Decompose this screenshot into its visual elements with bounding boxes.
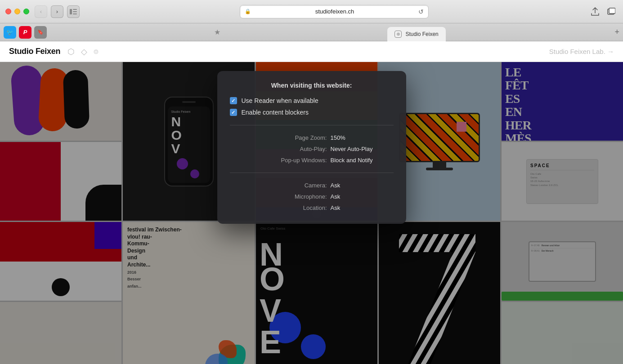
reload-button[interactable]: ↺	[418, 8, 424, 15]
camera-row: Camera: Ask	[230, 182, 394, 189]
reader-checkbox-row[interactable]: ✓ Use Reader when available	[230, 97, 394, 104]
microphone-label: Microphone:	[269, 193, 327, 200]
favorite-pinterest[interactable]: P	[19, 26, 31, 39]
sidebar-toggle-button[interactable]	[67, 5, 80, 18]
address-bar[interactable]: 🔒 studiofeixen.ch ↺	[240, 5, 429, 18]
location-label: Location:	[269, 204, 327, 211]
maximize-button[interactable]	[23, 9, 29, 14]
tab-label: Studio Feixen	[405, 31, 438, 37]
tab-bar: 🐦 P 🔖 ★ ◎ Studio Feixen +	[0, 23, 623, 41]
website-settings-popup: When visiting this website: ✓ Use Reader…	[217, 71, 406, 224]
site-title: Studio Feixen	[9, 47, 60, 56]
svg-rect-0	[70, 9, 72, 14]
add-tab-button[interactable]: +	[615, 27, 620, 37]
camera-label: Camera:	[269, 182, 327, 189]
titlebar-right	[589, 5, 618, 18]
active-tab[interactable]: ◎ Studio Feixen	[387, 27, 445, 41]
minimize-button[interactable]	[14, 9, 20, 14]
reader-checkbox[interactable]: ✓	[230, 97, 237, 104]
blockers-checkbox-row[interactable]: ✓ Enable content blockers	[230, 109, 394, 116]
page-zoom-value[interactable]: 150%	[331, 134, 394, 141]
autoplay-row: Auto-Play: Never Auto-Play	[230, 146, 394, 152]
forward-button[interactable]: ›	[51, 5, 63, 18]
popup-windows-value[interactable]: Block and Notify	[331, 157, 394, 164]
site-right-link-text: Studio Feixen Lab. →	[549, 48, 614, 55]
popup-permissions: Camera: Ask Microphone: Ask Location: As…	[230, 182, 394, 211]
reader-label: Use Reader when available	[242, 97, 318, 104]
bookmark-icon: 🔖	[37, 29, 44, 35]
microphone-value[interactable]: Ask	[331, 193, 394, 200]
new-tab-button[interactable]	[605, 5, 618, 18]
title-bar: ‹ › 🔒 studiofeixen.ch ↺	[0, 0, 623, 23]
blockers-checkbox[interactable]: ✓	[230, 109, 237, 116]
site-icon-1[interactable]: ⬡	[67, 47, 75, 57]
blockers-check-mark: ✓	[231, 110, 235, 115]
close-button[interactable]	[5, 9, 11, 14]
location-value[interactable]: Ask	[331, 204, 394, 211]
sidebar-toggle-icon	[70, 9, 77, 14]
site-right-link[interactable]: Studio Feixen Lab. →	[549, 48, 614, 55]
site-toolbar: Studio Feixen ⬡ ◇ ⌾ Studio Feixen Lab. →	[0, 41, 623, 62]
svg-rect-1	[73, 9, 77, 10]
back-button[interactable]: ‹	[35, 5, 47, 18]
tabs-icon	[607, 8, 615, 16]
site-icon-2[interactable]: ◇	[81, 47, 87, 57]
popup-title: When visiting this website:	[230, 82, 394, 89]
lock-icon: 🔒	[245, 9, 251, 14]
autoplay-label: Auto-Play:	[269, 146, 327, 152]
autoplay-value[interactable]: Never Auto-Play	[331, 146, 394, 152]
popup-settings: Page Zoom: 150% Auto-Play: Never Auto-Pl…	[230, 134, 394, 173]
popup-checkboxes: ✓ Use Reader when available ✓ Enable con…	[230, 97, 394, 125]
tab-site-icon: ◎	[394, 31, 402, 38]
reader-check-mark: ✓	[231, 98, 235, 104]
site-icon-3[interactable]: ⌾	[94, 47, 99, 57]
favorite-bookmark[interactable]: 🔖	[34, 26, 47, 39]
blockers-label: Enable content blockers	[242, 109, 309, 116]
address-bar-container: 🔒 studiofeixen.ch ↺	[83, 5, 585, 18]
microphone-row: Microphone: Ask	[230, 193, 394, 200]
page-zoom-row: Page Zoom: 150%	[230, 134, 394, 141]
share-icon	[591, 7, 599, 16]
forward-icon: ›	[56, 8, 58, 15]
svg-rect-3	[73, 13, 77, 14]
share-button[interactable]	[589, 5, 601, 18]
twitter-icon: 🐦	[6, 29, 13, 36]
tab-icon-inner: ◎	[397, 32, 400, 36]
location-row: Location: Ask	[230, 204, 394, 211]
bookmark-star-button[interactable]: ★	[214, 28, 220, 36]
site-toolbar-icons: ⬡ ◇ ⌾	[67, 47, 99, 57]
popup-windows-label: Pop-up Windows:	[269, 157, 327, 164]
traffic-lights	[5, 9, 29, 14]
back-icon: ‹	[40, 8, 42, 15]
camera-value[interactable]: Ask	[331, 182, 394, 189]
main-area: Studio Feixen N O V	[0, 62, 623, 364]
favorite-twitter[interactable]: 🐦	[4, 26, 16, 39]
url-text: studiofeixen.ch	[254, 8, 416, 15]
svg-rect-2	[73, 11, 77, 12]
popup-windows-row: Pop-up Windows: Block and Notify	[230, 157, 394, 164]
pinterest-icon: P	[23, 29, 27, 36]
page-zoom-label: Page Zoom:	[269, 134, 327, 141]
svg-rect-5	[609, 8, 615, 13]
